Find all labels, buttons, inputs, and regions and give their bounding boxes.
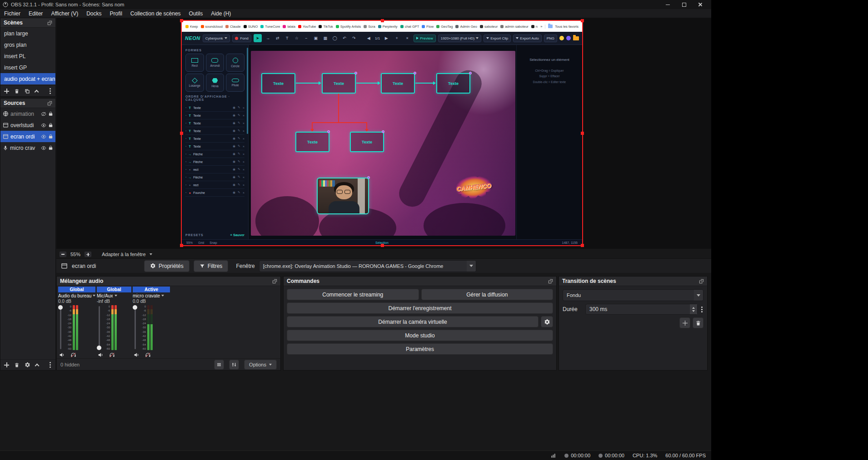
- graffiti-logo[interactable]: CAMHENCO: [451, 172, 497, 203]
- move-source-up-button[interactable]: [35, 363, 40, 368]
- channel-device-select[interactable]: Mic/Aux: [97, 292, 131, 299]
- options-button[interactable]: Options: [244, 360, 277, 370]
- start-virtualcam-button[interactable]: Démarrer la caméra virtuelle: [287, 316, 539, 327]
- menu-outils[interactable]: Outils: [185, 9, 207, 18]
- bookmark-item[interactable]: Claude: [225, 25, 241, 29]
- scenes-menu-button[interactable]: [50, 90, 51, 92]
- page-next-button[interactable]: ▶: [382, 34, 390, 42]
- preview-canvas[interactable]: Keep soundcloud Claude: [56, 18, 711, 249]
- png-button[interactable]: PNG: [544, 35, 557, 42]
- layer-edit-icon[interactable]: ✎: [238, 121, 240, 125]
- add-source-button[interactable]: [4, 362, 9, 367]
- anchor-dot[interactable]: [414, 72, 416, 74]
- remove-transition-button[interactable]: [693, 317, 703, 328]
- bookmark-item[interactable]: Scra: [364, 25, 375, 29]
- menu-fichier[interactable]: Fichier: [0, 9, 25, 18]
- bookmark-item[interactable]: lalaia: [283, 25, 295, 29]
- layer-edit-icon[interactable]: ✎: [238, 160, 240, 163]
- flowchart-box[interactable]: Texte: [295, 132, 329, 152]
- webcam-overlay[interactable]: [317, 178, 369, 214]
- layer-edit-icon[interactable]: ✎: [238, 191, 240, 194]
- shape-card-losange[interactable]: Losange: [185, 74, 204, 92]
- layer-edit-icon[interactable]: ✎: [238, 114, 240, 117]
- add-transition-button[interactable]: [679, 317, 690, 328]
- lock-icon[interactable]: [48, 111, 53, 116]
- layer-item[interactable]: ▪ T Texte ◉ ✎ ×: [185, 104, 244, 112]
- layer-item[interactable]: ▪ ● Fourche ◉ ✎ ×: [185, 189, 244, 197]
- layer-item[interactable]: ▪ T Texte ◉ ✎ ×: [185, 127, 244, 135]
- properties-button[interactable]: Propriétés: [144, 260, 190, 272]
- layer-delete-icon[interactable]: ×: [243, 114, 244, 117]
- export-auto-button[interactable]: Export Auto: [513, 35, 541, 42]
- tool-button[interactable]: −: [302, 34, 310, 42]
- bookmark-item[interactable]: soundcloud: [201, 25, 223, 29]
- layer-edit-icon[interactable]: ✎: [238, 106, 240, 109]
- layer-item[interactable]: ▪ T Texte ◉ ✎ ×: [185, 135, 244, 143]
- anchor-dot[interactable]: [354, 72, 357, 74]
- eye-icon[interactable]: [41, 123, 46, 128]
- tool-button[interactable]: ▦: [321, 34, 329, 42]
- preview-button[interactable]: Preview: [414, 35, 435, 42]
- layer-item[interactable]: ▪ → Flèche ◉ ✎ ×: [185, 173, 244, 181]
- anchor-dot[interactable]: [382, 130, 384, 133]
- source-item[interactable]: overlstudi: [0, 119, 55, 131]
- bookmark-item[interactable]: TuneCore: [260, 25, 280, 29]
- start-streaming-button[interactable]: Commencer le streaming: [287, 289, 419, 300]
- volume-slider[interactable]: [58, 305, 63, 350]
- transition-menu-button[interactable]: [701, 309, 703, 310]
- bookmark-item[interactable]: SUNO: [244, 25, 258, 29]
- layer-delete-icon[interactable]: ×: [243, 129, 244, 133]
- menu-aide[interactable]: Aide (H): [207, 9, 235, 18]
- layer-item[interactable]: ▪ → Flèche ◉ ✎ ×: [185, 150, 244, 158]
- all-bookmarks[interactable]: Tous les favoris: [545, 25, 579, 29]
- remove-source-button[interactable]: [14, 362, 20, 368]
- layer-visibility-icon[interactable]: ◉: [233, 160, 235, 163]
- anchor-dot[interactable]: [327, 130, 330, 133]
- bookmark-item[interactable]: YouTube: [298, 25, 316, 29]
- maximize-button[interactable]: [676, 0, 692, 9]
- layer-delete-icon[interactable]: ×: [243, 176, 244, 179]
- flowchart-box[interactable]: Texte: [261, 73, 295, 94]
- layer-visibility-icon[interactable]: ◉: [233, 106, 235, 109]
- menu-afficher[interactable]: Afficher (V): [47, 9, 82, 18]
- layer-delete-icon[interactable]: ×: [243, 137, 244, 140]
- layer-visibility-icon[interactable]: ◉: [233, 183, 235, 187]
- flowchart-box[interactable]: Texte: [436, 73, 470, 94]
- bookmark-item[interactable]: Keep: [185, 25, 198, 29]
- monitor-muted-icon[interactable]: [70, 352, 76, 358]
- studio-mode-button[interactable]: Mode studio: [287, 330, 553, 341]
- folder-icon[interactable]: [573, 36, 579, 40]
- bookmark-item[interactable]: Admin Geo: [455, 25, 477, 29]
- layer-visibility-icon[interactable]: ◉: [233, 175, 235, 179]
- layer-delete-icon[interactable]: ×: [243, 153, 244, 156]
- transition-select[interactable]: Fondu: [563, 289, 703, 301]
- tool-button[interactable]: →: [264, 34, 272, 42]
- flowchart-box[interactable]: Texte: [350, 132, 384, 152]
- background-select[interactable]: Fond: [232, 35, 251, 42]
- tool-button[interactable]: ◯: [331, 34, 339, 42]
- filters-button[interactable]: Filtres: [194, 260, 229, 272]
- layer-item[interactable]: ▪ ▫ rect ◉ ✎ ×: [185, 166, 244, 173]
- tool-button[interactable]: ↷: [350, 34, 358, 42]
- lock-icon[interactable]: [48, 123, 53, 128]
- scene-item[interactable]: insert GP: [0, 62, 55, 73]
- bookmark-item[interactable]: chat GPT: [400, 25, 419, 29]
- layer-item[interactable]: ▪ ▫ rect ◉ ✎ ×: [185, 181, 244, 189]
- scene-item-selected[interactable]: audio podcat + ecran: [0, 73, 55, 84]
- menu-editer[interactable]: Editer: [25, 9, 47, 18]
- bookmark-item[interactable]: GeoTag: [436, 25, 453, 29]
- panel-scrollbar[interactable]: [247, 48, 248, 134]
- tool-button[interactable]: ⇄: [274, 34, 282, 42]
- layer-item[interactable]: ▪ T Texte ◉ ✎ ×: [185, 119, 244, 127]
- page-prev-button[interactable]: ◀: [364, 34, 373, 42]
- menu-collection-scenes[interactable]: Collection de scènes: [126, 9, 185, 18]
- monitor-muted-icon[interactable]: [145, 352, 151, 358]
- bookmark-item[interactable]: TikTok: [319, 25, 333, 29]
- bookmark-item[interactable]: roronoa: [531, 25, 538, 29]
- export-clip-button[interactable]: Export Clip: [484, 35, 511, 42]
- monitor-muted-icon[interactable]: [109, 352, 115, 358]
- layer-edit-icon[interactable]: ✎: [238, 168, 240, 171]
- tool-button[interactable]: ↶: [340, 34, 349, 42]
- remove-scene-button[interactable]: [14, 89, 20, 94]
- advanced-audio-button[interactable]: [229, 360, 239, 370]
